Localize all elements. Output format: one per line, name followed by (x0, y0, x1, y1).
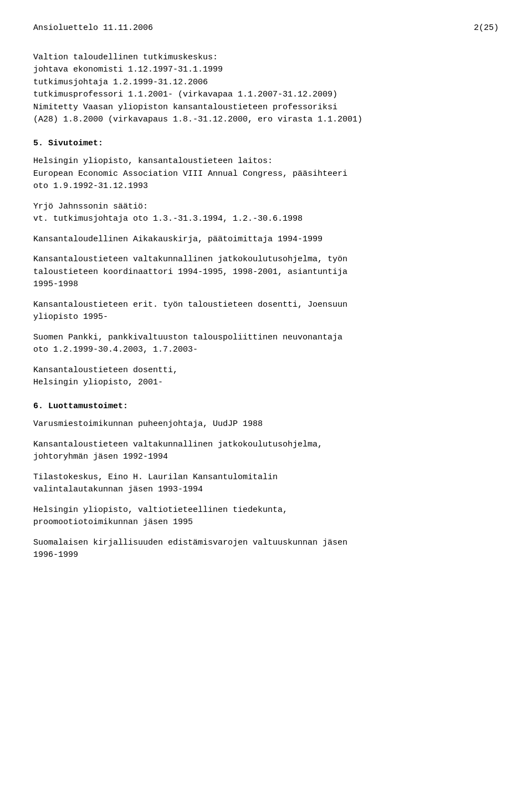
section-5-heading: 5. Sivutoimet: (33, 138, 499, 150)
institution-line-2: johtava ekonomisti 1.12.1997-31.1.1999 (33, 64, 499, 77)
section-6-para-0: Varusmiestoimikunnan puheenjohtaja, UudJ… (33, 418, 499, 431)
institution-line-5: Nimitetty Vaasan yliopiston kansantalous… (33, 101, 499, 114)
institution-line-3: tutkimusjohtaja 1.2.1999-31.12.2006 (33, 77, 499, 89)
institution-line-4: tutkimusprofessori 1.1.2001- (virkavapaa… (33, 89, 499, 101)
section-5-para-5: Suomen Pankki, pankkivaltuuston talouspo… (33, 332, 499, 357)
page-number: 2(25) (474, 22, 499, 35)
section-6: 6. Luottamustoimet: Varusmiestoimikunnan… (33, 400, 499, 562)
institution-line-6: (A28) 1.8.2000 (virkavapaus 1.8.-31.12.2… (33, 114, 499, 126)
section-6-para-3: Helsingin yliopisto, valtiotieteellinen … (33, 504, 499, 529)
institution-block: Valtion taloudellinen tutkimuskeskus: jo… (33, 52, 499, 126)
section-6-para-1: Kansantaloustieteen valtakunnallinen jat… (33, 439, 499, 464)
section-5-para-4: Kansantaloustieteen erit. työn taloustie… (33, 299, 499, 324)
document-title: Ansioluettelo 11.11.2006 (33, 22, 153, 35)
institution-line-1: Valtion taloudellinen tutkimuskeskus: (33, 52, 499, 64)
section-5-para-3: Kansantaloustieteen valtakunnallinen jat… (33, 253, 499, 291)
section-5-para-1: Yrjö Jahnssonin säätiö: vt. tutkimusjoht… (33, 201, 499, 226)
section-6-para-4: Suomalaisen kirjallisuuden edistämisvaro… (33, 537, 499, 562)
section-5-para-2: Kansantaloudellinen Aikakauskirja, pääto… (33, 234, 499, 246)
section-5: 5. Sivutoimet: Helsingin yliopisto, kans… (33, 138, 499, 389)
section-5-para-6: Kansantaloustieteen dosentti, Helsingin … (33, 364, 499, 389)
section-6-heading: 6. Luottamustoimet: (33, 400, 499, 413)
section-5-para-0: Helsingin yliopisto, kansantaloustieteen… (33, 155, 499, 193)
page-header: Ansioluettelo 11.11.2006 2(25) (33, 22, 499, 35)
section-6-para-2: Tilastokeskus, Eino H. Laurilan Kansantu… (33, 471, 499, 496)
institution-lines: Valtion taloudellinen tutkimuskeskus: jo… (33, 52, 499, 126)
